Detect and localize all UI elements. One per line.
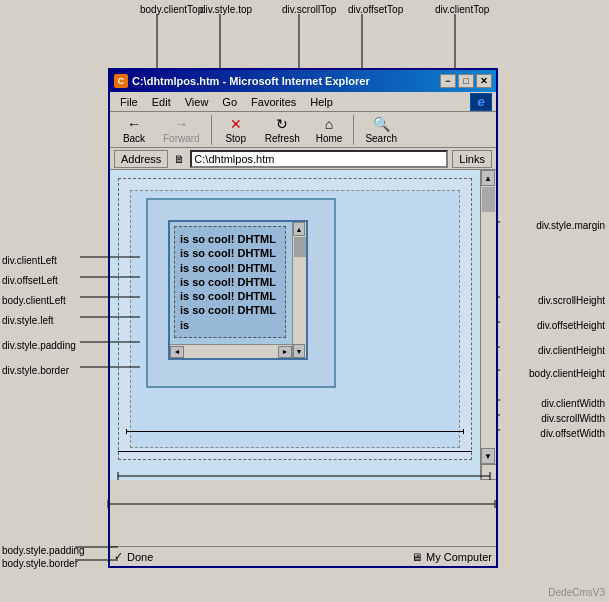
forward-icon: → [171,115,191,133]
label-div-style-margin: div.style.margin [536,220,605,231]
ie-logo: e [470,93,492,111]
back-button[interactable]: ← Back [114,112,154,147]
label-body-client-left: body.clientLeft [2,295,66,306]
label-div-scroll-top: div.scrollTop [282,4,336,15]
inner-scrollbar-h[interactable]: ◄ ► [170,344,292,358]
search-icon: 🔍 [371,115,391,133]
body-clientwidth-arrow-r [463,429,464,434]
page-icon: 🗎 [172,152,186,166]
div-box: is so cool! DHTML is so cool! DHTML is s… [146,198,336,388]
menu-bar: File Edit View Go Favorites Help e [110,92,496,112]
address-bar: Address 🗎 C:\dhtmlpos.htm Links [110,148,496,170]
label-body-style-border: body.style.border [2,558,78,569]
outer-scrollbar-v[interactable]: ▲ ▼ [480,170,496,480]
maximize-button[interactable]: □ [458,74,474,88]
title-bar: C C:\dhtmlpos.htm - Microsoft Internet E… [110,70,496,92]
forward-button[interactable]: → Forward [156,112,207,147]
menu-go[interactable]: Go [216,94,243,110]
content-area: is so cool! DHTML is so cool! DHTML is s… [110,170,496,480]
label-div-client-width: div.clientWidth [541,398,605,409]
status-bar: ✓ Done 🖥 My Computer [110,546,496,566]
refresh-icon: ↻ [272,115,292,133]
search-button[interactable]: 🔍 Search [358,112,404,147]
label-div-style-left: div.style.left [2,315,54,326]
toolbar-separator-1 [211,115,212,145]
watermark: DedeCmsV3 [548,587,605,598]
minimize-button[interactable]: − [440,74,456,88]
label-body-client-height: body.clientHeight [529,368,605,379]
label-body-client-top: body.clientTop [140,4,203,15]
menu-help[interactable]: Help [304,94,339,110]
body-clientwidth-line [126,431,464,432]
stop-icon: ✕ [226,115,246,133]
label-div-offset-top: div.offsetTop [348,4,403,15]
close-button[interactable]: ✕ [476,74,492,88]
status-icon: ✓ [114,550,123,563]
scroll-text: is so cool! DHTML is so cool! DHTML is s… [176,228,286,336]
address-label: Address [114,150,168,168]
stop-button[interactable]: ✕ Stop [216,112,256,147]
inner-scrollbar-v[interactable]: ▲ ▼ [292,222,306,358]
label-div-client-top-right: div.clientTop [435,4,489,15]
label-div-offset-width: div.offsetWidth [540,428,605,439]
address-input[interactable]: C:\dhtmlpos.htm [190,150,448,168]
label-body-style-padding: body.style.padding [2,545,85,556]
label-div-offset-left: div.offsetLeft [2,275,58,286]
home-button[interactable]: ⌂ Home [309,112,350,147]
zone-text: My Computer [426,551,492,563]
label-div-style-top: div.style.top [200,4,252,15]
menu-file[interactable]: File [114,94,144,110]
inner-scroll-box[interactable]: is so cool! DHTML is so cool! DHTML is s… [168,220,308,360]
menu-favorites[interactable]: Favorites [245,94,302,110]
refresh-button[interactable]: ↻ Refresh [258,112,307,147]
toolbar-separator-2 [353,115,354,145]
menu-edit[interactable]: Edit [146,94,177,110]
label-div-scroll-width: div.scrollWidth [541,413,605,424]
window-title: C:\dhtmlpos.htm - Microsoft Internet Exp… [132,75,370,87]
label-div-style-border: div.style.border [2,365,69,376]
home-icon: ⌂ [319,115,339,133]
body-offsetwidth-line [118,451,472,452]
label-div-scroll-height: div.scrollHeight [538,295,605,306]
label-div-offset-height: div.offsetHeight [537,320,605,331]
menu-view[interactable]: View [179,94,215,110]
label-div-client-height: div.clientHeight [538,345,605,356]
toolbar: ← Back → Forward ✕ Stop ↻ Refresh ⌂ Home [110,112,496,148]
ie-browser-window: C C:\dhtmlpos.htm - Microsoft Internet E… [108,68,498,568]
links-button[interactable]: Links [452,150,492,168]
label-div-client-left: div.clientLeft [2,255,57,266]
status-text: Done [127,551,153,563]
body-clientwidth-arrow-l [126,429,127,434]
browser-icon: C [114,74,128,88]
back-icon: ← [124,115,144,133]
label-div-style-padding: div.style.padding [2,340,76,351]
zone-icon: 🖥 [411,551,422,563]
